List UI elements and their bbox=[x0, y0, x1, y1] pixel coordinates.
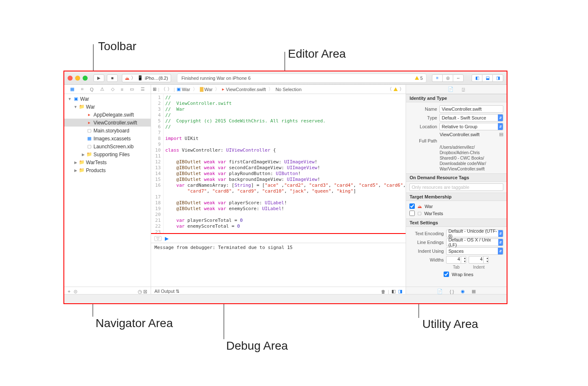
tree-item[interactable]: ▶📁WarTests bbox=[64, 158, 151, 166]
toggle-debug-button[interactable]: ⬓ bbox=[482, 74, 493, 82]
crumb-selection[interactable]: No Selection bbox=[275, 87, 301, 92]
widths-label: Widths bbox=[409, 257, 444, 262]
stop-button[interactable]: ■ bbox=[107, 74, 118, 82]
scm-icon[interactable]: ⊠ bbox=[143, 289, 147, 295]
prev-issue-icon[interactable]: 〈 bbox=[387, 86, 392, 92]
toggle-utility-button[interactable]: ◨ bbox=[492, 74, 503, 82]
editor-mode-segmented: ≡ ◎ ↔ bbox=[432, 74, 464, 82]
xcode-window: ▶ ■ ⛰〉📱 iPho…(8.2) Finished running War … bbox=[63, 71, 507, 304]
tree-item[interactable]: ▸ViewController.swift bbox=[64, 119, 151, 127]
source-code[interactable]: //// ViewController.swift// War//// Copy… bbox=[164, 94, 406, 233]
target-wartests-checkbox[interactable] bbox=[409, 211, 415, 216]
test-navigator-tab-icon[interactable]: ◇ bbox=[111, 86, 114, 92]
target-membership-header: Target Membership bbox=[406, 193, 507, 201]
minimize-window-icon[interactable] bbox=[75, 76, 80, 81]
line-endings-label: Line Endings bbox=[409, 240, 444, 245]
indent-sublabel: Indent bbox=[469, 265, 489, 269]
find-navigator-tab-icon[interactable]: Q bbox=[90, 87, 93, 92]
annotation-toolbar: Toolbar bbox=[98, 40, 136, 53]
add-file-icon[interactable]: + bbox=[68, 289, 71, 295]
tree-item[interactable]: ▢Main.storyboard bbox=[64, 127, 151, 135]
activity-status: Finished running War on iPhone 6 5 bbox=[177, 74, 426, 83]
jump-bar[interactable]: ⊞ | 〈 〉 | ▣War 〉 ▇War 〉 ▸ViewController.… bbox=[151, 85, 406, 94]
debug-dropdown-icon[interactable]: ▽ bbox=[154, 236, 162, 241]
line-gutter[interactable]: 12345678910111213141516 1718192021222324… bbox=[151, 94, 164, 233]
window-controls bbox=[68, 76, 88, 81]
console-view-icon[interactable]: ◨ bbox=[398, 289, 402, 294]
tree-item[interactable]: ▸AppDelegate.swift bbox=[64, 111, 151, 119]
quick-help-tab-icon[interactable]: ⍰ bbox=[462, 87, 465, 92]
close-window-icon[interactable] bbox=[68, 76, 73, 81]
variables-view-icon[interactable]: ◧ bbox=[391, 289, 396, 294]
wrap-lines-label: Wrap lines bbox=[452, 272, 473, 277]
project-tree[interactable]: ▼▣War▼📁War▸AppDelegate.swift▸ViewControl… bbox=[64, 94, 151, 287]
symbol-navigator-tab-icon[interactable]: ⌗ bbox=[81, 86, 83, 92]
target-war-label: War bbox=[424, 204, 433, 209]
recent-icon[interactable]: ◷ bbox=[138, 289, 142, 295]
status-text: Finished running War on iPhone 6 bbox=[182, 76, 251, 81]
trash-icon[interactable]: 🗑 bbox=[381, 289, 386, 294]
utility-area: 📄 ⍰ Identity and Type Name ViewControlle… bbox=[406, 85, 507, 296]
indent-width-stepper[interactable]: 4▴▾ bbox=[469, 256, 489, 264]
breakpoint-indicator-icon[interactable]: ▶ bbox=[165, 236, 169, 241]
tree-item[interactable]: ▦Images.xcassets bbox=[64, 135, 151, 142]
type-label: Type bbox=[409, 115, 437, 120]
navigator-tabs: ▦ ⌗ Q ⚠ ◇ ≡ ▭ ☰ bbox=[64, 85, 151, 94]
version-editor-button[interactable]: ↔ bbox=[453, 74, 464, 82]
debug-navigator-tab-icon[interactable]: ≡ bbox=[121, 87, 123, 92]
crumb-project[interactable]: War bbox=[182, 87, 190, 92]
type-select[interactable]: Default - Swift Source⇵ bbox=[439, 114, 503, 122]
file-inspector-tab-icon[interactable]: 📄 bbox=[448, 86, 454, 92]
warnings-count[interactable]: 5 bbox=[415, 76, 423, 81]
tab-width-stepper[interactable]: 4▴▾ bbox=[446, 256, 466, 264]
back-icon[interactable]: 〈 bbox=[161, 86, 166, 92]
related-items-icon[interactable]: ⊞ bbox=[153, 86, 156, 92]
view-panels-segmented: ◧ ⬓ ◨ bbox=[472, 74, 503, 82]
issue-navigator-tab-icon[interactable]: ⚠ bbox=[100, 86, 104, 92]
tree-item[interactable]: ▼▣War bbox=[64, 95, 151, 103]
tree-item[interactable]: ▼📁War bbox=[64, 103, 151, 111]
folder-icon[interactable]: ▤ bbox=[499, 132, 503, 137]
text-encoding-select[interactable]: Default - Unicode (UTF-8)⇵ bbox=[446, 230, 503, 237]
breakpoint-navigator-tab-icon[interactable]: ▭ bbox=[130, 86, 134, 92]
odr-header: On Demand Resource Tags bbox=[406, 173, 507, 182]
name-input[interactable]: ViewController.swift bbox=[439, 105, 503, 113]
warning-icon bbox=[415, 76, 419, 80]
assistant-editor-button[interactable]: ◎ bbox=[442, 74, 453, 82]
object-library-icon[interactable]: ◉ bbox=[461, 289, 465, 294]
location-label: Location bbox=[409, 124, 437, 129]
media-library-icon[interactable]: ▦ bbox=[472, 289, 476, 294]
source-editor[interactable]: 12345678910111213141516 1718192021222324… bbox=[151, 94, 406, 233]
line-endings-select[interactable]: Default - OS X / Unix (LF)⇵ bbox=[446, 239, 503, 246]
wrap-lines-checkbox[interactable] bbox=[444, 272, 449, 277]
output-filter[interactable]: All Output ⇅ bbox=[154, 289, 179, 294]
toggle-navigator-button[interactable]: ◧ bbox=[472, 74, 482, 82]
zoom-window-icon[interactable] bbox=[83, 76, 88, 81]
next-issue-icon[interactable]: 〉 bbox=[399, 86, 404, 92]
tree-item[interactable]: ▶📁Supporting Files bbox=[64, 150, 151, 158]
indent-using-select[interactable]: Spaces⇵ bbox=[446, 247, 503, 255]
location-select[interactable]: Relative to Group⇵ bbox=[439, 123, 503, 130]
code-snippet-library-icon[interactable]: { } bbox=[449, 289, 454, 294]
filter-icon[interactable]: ⊜ bbox=[73, 289, 78, 295]
file-template-library-icon[interactable]: 📄 bbox=[437, 289, 443, 294]
crumb-file[interactable]: ViewController.swift bbox=[226, 87, 266, 92]
annotation-navigator: Navigator Area bbox=[96, 317, 173, 330]
annotation-utility: Utility Area bbox=[422, 317, 478, 331]
fullpath-value: /Users/adrienvillez/ Dropbox/Adrien-Chri… bbox=[439, 145, 503, 172]
run-button[interactable]: ▶ bbox=[93, 74, 104, 82]
forward-icon[interactable]: 〉 bbox=[167, 86, 172, 92]
warning-icon bbox=[394, 87, 398, 91]
scheme-selector[interactable]: ⛰〉📱 iPho…(8.2) bbox=[122, 74, 171, 82]
crumb-folder[interactable]: War bbox=[204, 87, 213, 92]
project-navigator-tab-icon[interactable]: ▦ bbox=[70, 86, 74, 92]
indent-using-label: Indent Using bbox=[409, 249, 444, 254]
location-file: ViewController.swift bbox=[439, 132, 497, 137]
toolbar: ▶ ■ ⛰〉📱 iPho…(8.2) Finished running War … bbox=[64, 71, 507, 85]
standard-editor-button[interactable]: ≡ bbox=[432, 74, 443, 82]
report-navigator-tab-icon[interactable]: ☰ bbox=[141, 86, 145, 92]
target-war-checkbox[interactable] bbox=[409, 203, 415, 209]
debug-console[interactable]: Message from debugger: Terminated due to… bbox=[151, 243, 406, 287]
tree-item[interactable]: ▶📁Products bbox=[64, 166, 151, 174]
tree-item[interactable]: ▢LaunchScreen.xib bbox=[64, 142, 151, 150]
